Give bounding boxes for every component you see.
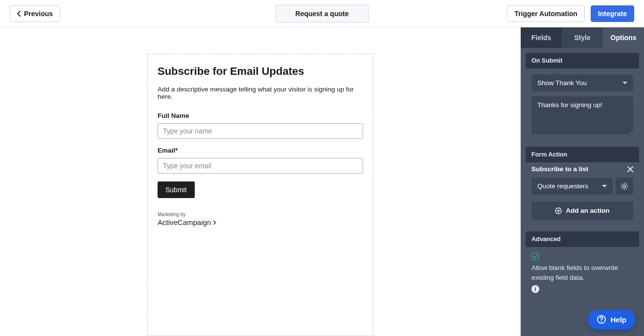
form-heading: Subscribe for Email Updates (158, 65, 363, 78)
integrate-button[interactable]: Integrate (591, 5, 634, 22)
plus-circle-icon (555, 207, 562, 214)
action-subscribe-label: Subscribe to a list (531, 165, 588, 173)
marketing-by-label: Marketing by (158, 212, 363, 217)
form-action-header: Form Action (526, 147, 639, 162)
submit-button[interactable]: Submit (158, 181, 195, 198)
fullname-input[interactable] (158, 123, 363, 139)
tab-style[interactable]: Style (562, 27, 603, 48)
info-icon[interactable]: i (531, 285, 539, 293)
email-input[interactable] (158, 158, 363, 174)
brand-chevron-icon (212, 220, 217, 225)
add-action-button[interactable]: Add an action (531, 202, 633, 220)
chevron-down-icon (622, 82, 627, 84)
form-preview[interactable]: Subscribe for Email Updates Add a descri… (147, 54, 373, 336)
list-select-value: Quote requesters (537, 182, 588, 190)
on-submit-mode-value: Show Thank You (537, 79, 587, 87)
form-canvas: Subscribe for Email Updates Add a descri… (0, 27, 521, 336)
overwrite-label: Allow blank fields to overwrite existing… (531, 263, 633, 282)
gear-icon (621, 182, 628, 190)
on-submit-mode-select[interactable]: Show Thank You (531, 74, 633, 91)
chevron-left-icon (17, 11, 21, 17)
add-action-label: Add an action (566, 207, 609, 214)
email-label: Email* (158, 147, 363, 154)
brand-logo[interactable]: ActiveCampaign (158, 218, 363, 226)
previous-button[interactable]: Previous (10, 5, 60, 22)
list-select[interactable]: Quote requesters (531, 178, 613, 195)
advanced-section: Advanced Allow blank fields to overwrite… (526, 231, 639, 299)
top-bar: Previous Request a quote Trigger Automat… (0, 0, 644, 27)
trigger-automation-button[interactable]: Trigger Automation (507, 5, 585, 22)
overwrite-checkbox[interactable] (531, 253, 539, 260)
settings-panel: Fields Style Options On Submit Show Than… (521, 27, 644, 336)
help-button[interactable]: Help (588, 310, 635, 329)
close-icon[interactable] (627, 166, 633, 172)
thank-you-message-textarea[interactable] (531, 96, 633, 134)
check-icon (532, 254, 538, 259)
previous-label: Previous (24, 10, 53, 18)
help-icon (597, 314, 606, 324)
form-title-button[interactable]: Request a quote (276, 5, 369, 22)
fullname-label: Full Name (158, 112, 363, 119)
svg-point-3 (601, 321, 602, 322)
on-submit-header: On Submit (526, 53, 639, 68)
form-description: Add a descriptive message telling what y… (158, 86, 363, 100)
tab-options[interactable]: Options (603, 27, 644, 48)
chevron-down-icon (602, 185, 607, 187)
panel-tabs: Fields Style Options (521, 27, 644, 48)
tab-fields[interactable]: Fields (521, 27, 562, 48)
on-submit-section: On Submit Show Thank You (526, 53, 639, 142)
svg-point-0 (623, 185, 625, 187)
list-settings-button[interactable] (616, 178, 633, 195)
brand-name: ActiveCampaign (158, 218, 211, 226)
form-action-section: Form Action Subscribe to a list Quote re… (526, 147, 639, 226)
advanced-header: Advanced (526, 231, 639, 247)
help-label: Help (610, 315, 626, 324)
